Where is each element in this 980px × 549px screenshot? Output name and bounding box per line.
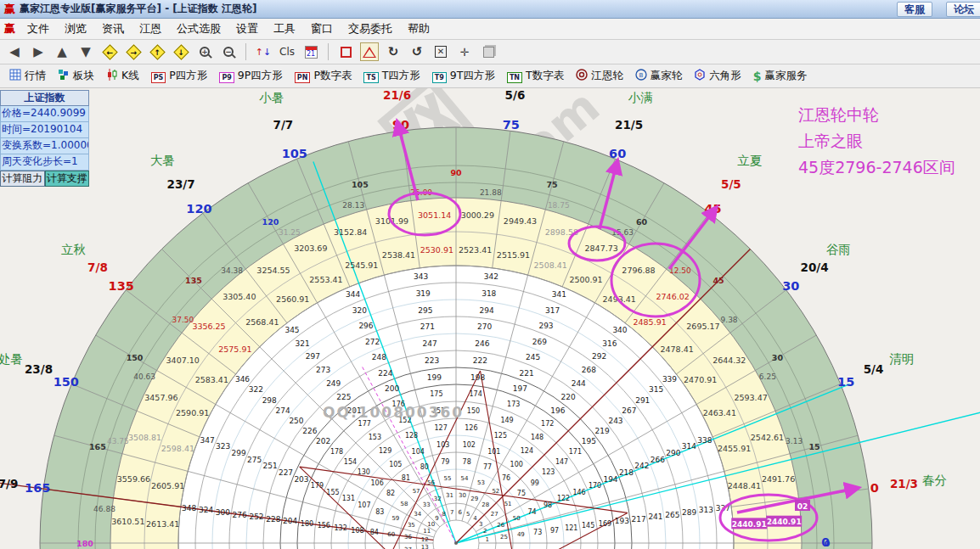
date-label: 21/5 bbox=[615, 118, 643, 132]
price-label: 2746.02 bbox=[656, 292, 690, 301]
wheel-number: 26 bbox=[497, 522, 504, 529]
price-label: 3152.84 bbox=[334, 227, 367, 237]
next-arrow-icon[interactable]: ▶ bbox=[29, 42, 48, 61]
customer-service-button[interactable]: 客服 bbox=[897, 2, 932, 17]
outer-degree-label: 0 bbox=[870, 481, 879, 495]
wheel-number: 75 bbox=[517, 490, 526, 497]
inband-degree-label: 150 bbox=[127, 353, 144, 362]
price-label: 2523.41 bbox=[459, 245, 492, 255]
toolbar-9p-square-button[interactable]: P99P四方形 bbox=[215, 69, 286, 83]
price-label: 2463.41 bbox=[703, 408, 736, 417]
wheel-number: 246 bbox=[475, 339, 489, 348]
toolbar-9t-square-button[interactable]: T99T四方形 bbox=[428, 69, 499, 83]
date-label: 5/5 bbox=[721, 177, 741, 191]
winner-wheel-icon: B bbox=[635, 69, 647, 83]
wheel-number: 276 bbox=[233, 511, 247, 519]
wheel-number: 217 bbox=[632, 515, 646, 524]
rotate-ccw-icon[interactable]: ↺ bbox=[408, 42, 426, 61]
wheel-number: 297 bbox=[306, 352, 320, 361]
wheel-number: 265 bbox=[665, 511, 679, 519]
toolbar-p-table-button[interactable]: PNP数字表 bbox=[290, 69, 357, 83]
outer-degree-label: 75 bbox=[503, 118, 520, 132]
menu-item-帮助[interactable]: 帮助 bbox=[400, 20, 437, 37]
wheel-number: 50 bbox=[513, 515, 521, 522]
menu-item-资讯[interactable]: 资讯 bbox=[94, 20, 132, 37]
wheel-number: 108 bbox=[351, 527, 363, 535]
diamond-right-icon[interactable]: → bbox=[124, 42, 143, 61]
price-label: 2590.91 bbox=[176, 408, 209, 417]
delete-box-icon[interactable]: ✕ bbox=[431, 42, 450, 61]
wheel-number: 33 bbox=[423, 501, 431, 508]
menu-item-公式选股[interactable]: 公式选股 bbox=[169, 20, 228, 37]
date-label: 5/4 bbox=[864, 362, 884, 376]
toolbar-winner-wheel-button[interactable]: B赢家轮 bbox=[631, 69, 687, 83]
rotate-cw-icon[interactable]: ↻ bbox=[384, 42, 403, 61]
menu-item-工具[interactable]: 工具 bbox=[266, 20, 303, 37]
toolbar-gann-wheel-button[interactable]: 江恩轮 bbox=[572, 69, 628, 83]
wheel-number: 316 bbox=[602, 339, 617, 348]
down-arrow-icon[interactable]: ▼ bbox=[76, 42, 95, 61]
menu-item-浏览[interactable]: 浏览 bbox=[57, 20, 94, 37]
inband-degree-label: 30 bbox=[772, 353, 784, 362]
wheel-number: 4 bbox=[473, 515, 477, 522]
green-value-label: 46.88 bbox=[93, 505, 115, 513]
wheel-number: 218 bbox=[619, 468, 634, 477]
calc-resistance-button[interactable]: 计算阻力 bbox=[0, 171, 45, 187]
menu-item-文件[interactable]: 文件 bbox=[20, 20, 57, 37]
wheel-number: 250 bbox=[289, 417, 303, 425]
price-label: 2553.41 bbox=[309, 275, 342, 284]
calc-support-button[interactable]: 计算支撑 bbox=[45, 171, 90, 187]
price-label: 2491.76 bbox=[762, 474, 795, 484]
date-label: 21/3 bbox=[890, 477, 918, 490]
wheel-number: 290 bbox=[666, 449, 680, 457]
price-label: 3610.51 bbox=[111, 517, 144, 526]
calendar-icon[interactable]: 21 bbox=[301, 42, 320, 61]
toolbar-sectors-button[interactable]: 板块 bbox=[54, 69, 99, 83]
diamond-down-icon[interactable]: ↓ bbox=[172, 42, 190, 61]
cube-icon[interactable] bbox=[479, 42, 498, 61]
wheel-number: 270 bbox=[477, 322, 492, 331]
wheel-number: 98 bbox=[544, 501, 552, 509]
menu-item-江恩[interactable]: 江恩 bbox=[132, 20, 169, 37]
up-arrow-icon[interactable]: ▲ bbox=[53, 42, 71, 61]
range-icon[interactable]: ↑↓ bbox=[254, 42, 273, 61]
triangle-tool-icon[interactable] bbox=[360, 42, 379, 61]
toolbar-quotes-button[interactable]: 行情 bbox=[5, 69, 50, 83]
prev-arrow-icon[interactable]: ◀ bbox=[5, 42, 24, 61]
wheel-number: 156 bbox=[318, 522, 330, 529]
menu-item-交易委托[interactable]: 交易委托 bbox=[341, 20, 400, 37]
wheel-number: 178 bbox=[330, 448, 343, 456]
date-label: 20/4 bbox=[801, 260, 829, 274]
zoom-out-icon[interactable]: − bbox=[219, 42, 238, 61]
wheel-number: 345 bbox=[284, 326, 299, 334]
square-tool-icon[interactable] bbox=[336, 42, 355, 61]
index-info-panel: 上证指数 价格=2440.9099 时间=20190104 变换系数=1.000… bbox=[0, 90, 89, 187]
diamond-up-icon[interactable]: ↑ bbox=[148, 42, 166, 61]
diamond-left-icon[interactable]: ← bbox=[100, 42, 119, 61]
view-toolbar: 行情板块K线PSP四方形P99P四方形PNP数字表TST四方形T99T四方形TN… bbox=[0, 64, 980, 88]
toolbar-t-square-button[interactable]: TST四方形 bbox=[359, 69, 424, 83]
wheel-number: 127 bbox=[434, 424, 447, 432]
outer-degree-label: 150 bbox=[54, 375, 79, 389]
wheel-number: 79 bbox=[441, 458, 449, 466]
toolbar-p-square-button[interactable]: PSP四方形 bbox=[147, 69, 212, 83]
menu-item-窗口[interactable]: 窗口 bbox=[303, 20, 341, 37]
wheel-number: 226 bbox=[302, 427, 317, 435]
toolbar-winner-service-button[interactable]: $赢家服务 bbox=[749, 69, 812, 83]
inband-degree-label: 180 bbox=[76, 539, 93, 548]
wheel-number: 103 bbox=[436, 441, 449, 449]
center-icon[interactable]: ✛ bbox=[455, 42, 474, 61]
wheel-number: 180 bbox=[301, 520, 313, 528]
toolbar-t-table-button[interactable]: TNT数字表 bbox=[503, 69, 568, 83]
toolbar-hexagon-button[interactable]: 六角形 bbox=[690, 69, 746, 83]
price-label: 2583.41 bbox=[195, 375, 228, 384]
wheel-number: 346 bbox=[235, 375, 250, 384]
cls-button[interactable]: Cls bbox=[278, 42, 296, 61]
wheel-number: 173 bbox=[507, 401, 520, 408]
forum-button[interactable]: 论坛 bbox=[946, 2, 980, 17]
zoom-in-icon[interactable]: + bbox=[195, 42, 214, 61]
menu-item-设置[interactable]: 设置 bbox=[228, 20, 266, 37]
green-value-label: 43.75 bbox=[107, 437, 129, 445]
toolbar-kline-button[interactable]: K线 bbox=[102, 69, 144, 83]
price-label: 3457.96 bbox=[144, 393, 177, 402]
